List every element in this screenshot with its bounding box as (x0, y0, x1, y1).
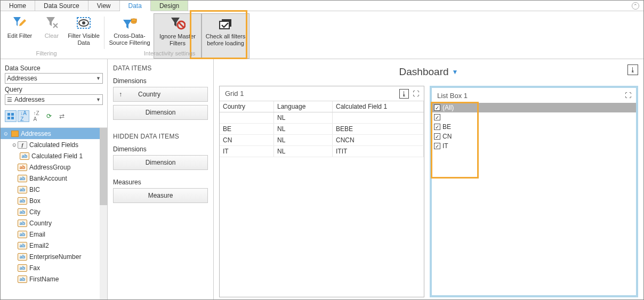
field-country[interactable]: abCountry (1, 217, 107, 229)
chevron-down-icon: ▼ (96, 76, 101, 81)
data-source-value: Addresses (7, 75, 37, 82)
checkbox-icon[interactable]: ✓ (434, 104, 440, 111)
collapse-ribbon-icon[interactable]: ⌃ (632, 2, 639, 10)
calculated-field-1-label: Calculated Field 1 (31, 152, 83, 160)
field-fax[interactable]: abFax (1, 262, 107, 273)
svg-rect-5 (7, 113, 10, 116)
listbox-item-label: CN (442, 133, 452, 140)
ab-icon: ab (20, 152, 29, 160)
hidden-dimension-placeholder[interactable]: Dimension (113, 155, 208, 170)
svg-point-1 (82, 21, 85, 25)
tab-data-source[interactable]: Data Source (35, 1, 88, 11)
export-button[interactable]: ⭳ (399, 89, 409, 99)
field-firstname[interactable]: abFirstName (1, 273, 107, 285)
main: Data Source Addresses ▼ Query ☰Addresses… (1, 59, 643, 299)
field-bic[interactable]: abBIC (1, 184, 107, 195)
ab-icon: ab (18, 275, 27, 283)
checkbox-icon[interactable]: ✓ (434, 143, 440, 149)
maximize-button[interactable]: ⛶ (411, 89, 421, 99)
col-language[interactable]: Language (274, 101, 333, 112)
listbox-row[interactable]: ✓IT (432, 141, 636, 151)
field-bankaccount[interactable]: abBankAccount (1, 173, 107, 184)
cell (333, 112, 424, 123)
swap-button[interactable]: ⇄ (56, 110, 68, 122)
dimension-placeholder[interactable]: Dimension (113, 105, 208, 120)
svg-rect-4 (220, 21, 229, 29)
tree-root-row[interactable]: ⊙ Addresses (1, 128, 107, 139)
field-label: Country (29, 220, 52, 227)
tab-data[interactable]: Data (120, 1, 151, 11)
calculated-field-1[interactable]: ab Calculated Field 1 (1, 150, 107, 161)
maximize-button[interactable]: ⛶ (623, 91, 633, 100)
field-email2[interactable]: abEmail2 (1, 240, 107, 251)
cell: NL (274, 112, 333, 123)
sort-az-button[interactable]: ↓AZ (18, 110, 29, 122)
ab-icon: ab (18, 164, 27, 171)
field-enterprisenumber[interactable]: abEnterpriseNumber (1, 251, 107, 262)
field-box[interactable]: abBox (1, 195, 107, 206)
ribbon-body: Edit Filter Clear Filter Visible Data Cr… (1, 11, 643, 59)
cell: BE (220, 124, 274, 134)
grid-row[interactable]: CNNLCNCN (220, 135, 424, 146)
field-label: FirstName (29, 275, 59, 283)
col-country[interactable]: Country (220, 101, 274, 112)
ab-icon: ab (18, 186, 27, 193)
data-source-select[interactable]: Addresses ▼ (5, 73, 103, 84)
measures-label: Measures (113, 179, 208, 186)
eye-icon (75, 14, 92, 31)
grid-row[interactable]: ITNLITIT (220, 146, 424, 157)
grid-widget[interactable]: Grid 1 ⭳ ⛶ Country Language Calculated F… (219, 86, 424, 297)
listbox-item-label: IT (442, 142, 448, 150)
query-select[interactable]: ☰Addresses ▼ (5, 94, 103, 105)
field-label: EnterpriseNumber (29, 253, 81, 261)
cell: IT (220, 146, 274, 157)
svg-rect-8 (11, 117, 14, 119)
cell: NL (274, 146, 333, 157)
dimension-country[interactable]: ↑ Country (113, 87, 208, 102)
scroll-thumb[interactable] (100, 128, 107, 205)
listbox-widget[interactable]: List Box 1 ⛶ ✓(All) ✓ ✓BE ✓CN ✓IT (430, 86, 638, 297)
funnel-icon: ▼ (452, 68, 458, 76)
cell: ITIT (333, 146, 424, 157)
refresh-button[interactable]: ⟳ (43, 110, 55, 122)
edit-filter-label: Edit Filter (7, 33, 32, 39)
field-label: Box (29, 197, 41, 205)
scrollbar[interactable] (100, 128, 107, 299)
grid-row[interactable]: BENLBEBE (220, 124, 424, 135)
field-addressgroup[interactable]: abAddressGroup (1, 161, 107, 173)
field-email[interactable]: abEmail (1, 229, 107, 240)
listbox-row[interactable]: ✓CN (432, 132, 636, 141)
tab-design[interactable]: Design (151, 1, 188, 11)
ab-icon: ab (18, 220, 27, 227)
grid-row[interactable]: NL (220, 112, 424, 124)
listbox-row[interactable]: ✓BE (432, 122, 636, 132)
checkbox-icon[interactable]: ✓ (434, 124, 440, 130)
tab-home[interactable]: Home (1, 1, 35, 11)
measure-placeholder[interactable]: Measure (113, 188, 208, 203)
query-label: Query (5, 86, 103, 93)
group-button[interactable] (5, 110, 17, 122)
col-calc-field[interactable]: Calculated Field 1 (333, 101, 424, 112)
tab-view[interactable]: View (88, 1, 120, 11)
sort-za-button[interactable]: ↑ZA (30, 110, 42, 122)
svg-rect-6 (11, 113, 14, 116)
checkbox-icon[interactable]: ✓ (434, 133, 440, 140)
dashboard-header: Dashboard ▼ ⭳ (219, 64, 638, 79)
tree-root-label: Addresses (21, 130, 51, 137)
fx-icon: f (18, 141, 27, 149)
check-stack-icon (218, 15, 234, 32)
field-label: BIC (29, 186, 40, 193)
check-all-label: Check all filters before loading (203, 33, 248, 47)
ab-icon: ab (18, 253, 27, 261)
export-button[interactable]: ⭳ (627, 64, 638, 75)
checkbox-icon[interactable]: ✓ (434, 114, 440, 120)
listbox-item-label: BE (442, 123, 451, 131)
field-label: BankAccount (29, 175, 67, 182)
listbox-title: List Box 1 (435, 92, 621, 100)
ab-icon: ab (18, 242, 27, 249)
listbox-all-row[interactable]: ✓(All) (432, 103, 636, 112)
calculated-fields-node[interactable]: ⊙ f Calculated Fields (1, 139, 107, 150)
field-city[interactable]: abCity (1, 206, 107, 217)
clear-label: Clear (45, 33, 59, 39)
listbox-row[interactable]: ✓ (432, 112, 636, 122)
